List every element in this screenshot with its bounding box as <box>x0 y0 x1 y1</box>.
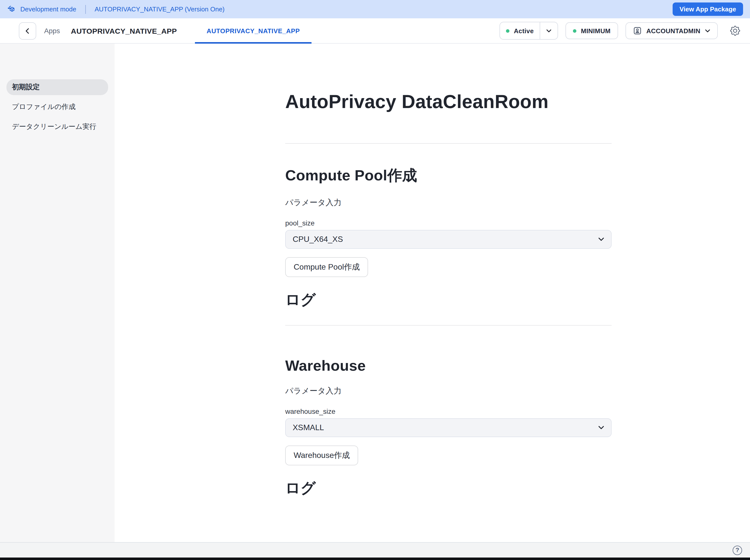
back-button[interactable] <box>19 22 36 39</box>
back-icon <box>24 27 31 34</box>
footer-bar: ? <box>0 542 750 558</box>
app-status-split-button: Active <box>499 22 558 40</box>
sidebar-item-initial-setup[interactable]: 初期設定 <box>6 79 108 95</box>
app-version-label: AUTOPRIVACY_NATIVE_APP (Version One) <box>95 5 224 13</box>
chevron-down-icon <box>705 29 710 33</box>
tab-label: AUTOPRIVACY_NATIVE_APP <box>206 27 300 35</box>
dev-mode-group: Development mode AUTOPRIVACY_NATIVE_APP … <box>7 4 225 14</box>
app-window: Development mode AUTOPRIVACY_NATIVE_APP … <box>0 0 750 560</box>
create-warehouse-button[interactable]: Warehouse作成 <box>285 445 358 465</box>
breadcrumb-app-name: AUTOPRIVACY_NATIVE_APP <box>71 26 177 35</box>
privileges-label: MINIMUM <box>581 27 611 35</box>
divider <box>285 325 612 326</box>
warehouse-size-select[interactable]: XSMALL <box>285 418 612 437</box>
divider <box>285 143 612 144</box>
warehouse-size-value: XSMALL <box>293 423 324 432</box>
sidebar-item-run-cleanroom[interactable]: データクリーンルーム実行 <box>6 119 108 135</box>
warehouse-log-heading: ログ <box>285 478 612 499</box>
settings-button[interactable] <box>728 24 742 38</box>
development-mode-link[interactable]: Development mode <box>7 4 76 14</box>
tab-bar: AUTOPRIVACY_NATIVE_APP <box>195 18 312 43</box>
package-icon <box>7 4 16 14</box>
pool-size-select[interactable]: CPU_X64_XS <box>285 230 612 249</box>
development-mode-bar: Development mode AUTOPRIVACY_NATIVE_APP … <box>0 0 750 18</box>
header-bar: Apps AUTOPRIVACY_NATIVE_APP AUTOPRIVACY_… <box>0 18 750 44</box>
chevron-down-icon <box>546 29 552 33</box>
pool-size-value: CPU_X64_XS <box>293 235 343 244</box>
header-controls: Active MINIMUM <box>499 22 742 40</box>
status-dot <box>573 29 576 33</box>
sidebar-item-create-profile[interactable]: プロファイルの作成 <box>6 99 108 115</box>
warehouse-size-label: warehouse_size <box>285 407 612 415</box>
select-chevron-icon <box>598 426 604 430</box>
warehouse-heading: Warehouse <box>285 357 612 374</box>
compute-pool-section: Compute Pool作成 パラメータ入力 pool_size CPU_X64… <box>285 166 612 310</box>
warehouse-section: Warehouse パラメータ入力 warehouse_size XSMALL … <box>285 357 612 499</box>
sidebar: 初期設定 プロファイルの作成 データクリーンルーム実行 <box>0 44 115 542</box>
status-dot <box>506 29 509 33</box>
status-label: Active <box>514 27 534 35</box>
app-status-button[interactable]: Active <box>500 22 540 39</box>
main-area: AutoPrivacy DataCleanRoom Compute Pool作成… <box>115 44 750 542</box>
breadcrumb-apps[interactable]: Apps <box>44 27 60 35</box>
window-bottom-edge <box>0 558 750 560</box>
topbar-divider <box>85 5 85 14</box>
content-column: AutoPrivacy DataCleanRoom Compute Pool作成… <box>285 44 612 499</box>
compute-log-heading: ログ <box>285 290 612 310</box>
status-dropdown-button[interactable] <box>540 22 557 39</box>
select-chevron-icon <box>598 237 604 241</box>
gear-icon <box>730 26 740 36</box>
view-app-package-button[interactable]: View App Package <box>673 2 743 16</box>
role-label: ACCOUNTADMIN <box>646 27 700 35</box>
compute-param-text: パラメータ入力 <box>285 198 612 208</box>
page-title: AutoPrivacy DataCleanRoom <box>285 91 612 112</box>
privileges-button[interactable]: MINIMUM <box>566 22 618 39</box>
role-selector-button[interactable]: ACCOUNTADMIN <box>626 22 718 39</box>
compute-pool-heading: Compute Pool作成 <box>285 166 612 186</box>
warehouse-param-text: パラメータ入力 <box>285 386 612 396</box>
pool-size-label: pool_size <box>285 219 612 227</box>
development-mode-label: Development mode <box>20 5 76 13</box>
help-icon[interactable]: ? <box>733 545 742 555</box>
tab-autoprivacy-native-app[interactable]: AUTOPRIVACY_NATIVE_APP <box>195 18 312 43</box>
create-compute-pool-button[interactable]: Compute Pool作成 <box>285 257 368 277</box>
id-badge-icon <box>633 26 642 35</box>
